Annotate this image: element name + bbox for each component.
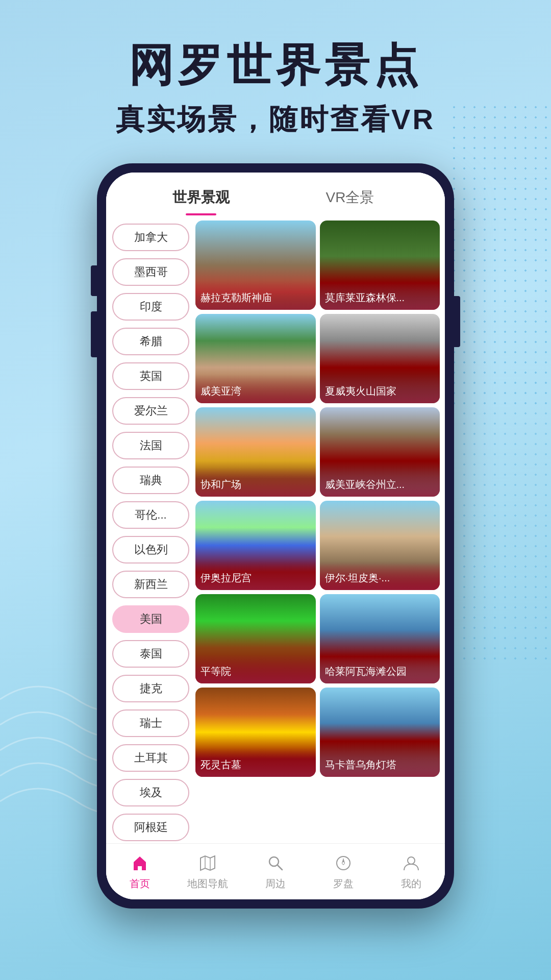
bottom-nav: 首页 地图导航 [106,843,445,899]
scene-label-lighthouse: 马卡普乌角灯塔 [320,748,440,777]
grid-item-temple2[interactable]: 平等院 [195,594,316,683]
scene-label-tomb: 死灵古墓 [195,748,316,777]
tab-vr-panorama[interactable]: VR全景 [276,188,424,215]
sidebar-item-egypt[interactable]: 埃及 [112,779,189,806]
user-icon [400,852,422,874]
nav-item-compass[interactable]: 罗盘 [309,852,377,891]
phone-screen: 世界景观 VR全景 加拿大 墨西哥 印度 希腊 英国 爱尔兰 法国 瑞典 [106,173,445,899]
grid-item-temple[interactable]: 协和广场 [195,407,316,497]
home-icon [129,852,151,874]
scene-label-palace: 伊奥拉尼宫 [195,561,316,590]
grid-item-volcano[interactable]: 夏威夷火山国家 [320,314,440,403]
search-icon [265,852,286,874]
sidebar-item-turkey[interactable]: 土耳其 [112,744,189,772]
nav-item-map[interactable]: 地图导航 [174,852,242,891]
phone-btn-volume-up [91,265,97,296]
nav-label-compass: 罗盘 [333,877,354,891]
svg-point-5 [408,857,415,864]
sub-title: 真实场景，随时查看VR [0,101,551,139]
sidebar-item-canada[interactable]: 加拿大 [112,224,189,251]
nav-label-home: 首页 [130,877,150,891]
grid-item-tomb[interactable]: 死灵古墓 [195,688,316,777]
grid-item-ruins[interactable]: 伊尔·坦皮奥·... [320,501,440,590]
nav-label-map: 地图导航 [187,877,228,891]
dots-decoration-top [449,102,551,408]
sidebar-item-ireland[interactable]: 爱尔兰 [112,397,189,425]
phone-btn-volume-down [91,311,97,357]
map-icon [197,852,218,874]
grid-item-lighthouse[interactable]: 马卡普乌角灯塔 [320,688,440,777]
sidebar-item-france[interactable]: 法国 [112,432,189,459]
dots-decoration-bottom [459,408,551,664]
phone-outer: 世界景观 VR全景 加拿大 墨西哥 印度 希腊 英国 爱尔兰 法国 瑞典 [97,163,454,909]
grid-item-beach[interactable]: 威美亚湾 [195,314,316,403]
nav-item-nearby[interactable]: 周边 [242,852,310,891]
scene-label-canyon: 威美亚峡谷州立... [320,468,440,497]
main-title: 网罗世界景点 [0,41,551,90]
sidebar-item-thailand[interactable]: 泰国 [112,640,189,668]
svg-point-4 [342,862,344,865]
grid-item-palace[interactable]: 伊奥拉尼宫 [195,501,316,590]
app-content: 世界景观 VR全景 加拿大 墨西哥 印度 希腊 英国 爱尔兰 法国 瑞典 [106,173,445,899]
scene-grid: 赫拉克勒斯神庙 莫库莱亚森林保... 威美亚湾 [195,220,440,777]
sidebar-item-usa[interactable]: 美国 [112,605,189,633]
svg-line-1 [278,865,282,870]
sidebar-item-colombia[interactable]: 哥伦... [112,501,189,529]
scene-label-ruins: 伊尔·坦皮奥·... [320,561,440,590]
sidebar-item-argentina[interactable]: 阿根廷 [112,814,189,841]
scene-label-temple: 协和广场 [195,468,316,497]
grid-item-hercules[interactable]: 赫拉克勒斯神庙 [195,220,316,310]
phone-mockup: 世界景观 VR全景 加拿大 墨西哥 印度 希腊 英国 爱尔兰 法国 瑞典 [97,163,454,909]
scene-label-temple2: 平等院 [195,654,316,683]
sidebar-item-israel[interactable]: 以色列 [112,536,189,564]
sidebar-item-mexico[interactable]: 墨西哥 [112,258,189,286]
sidebar-item-sweden[interactable]: 瑞典 [112,467,189,494]
nav-label-profile: 我的 [401,877,421,891]
grid-area: 赫拉克勒斯神庙 莫库莱亚森林保... 威美亚湾 [195,215,445,843]
nav-label-nearby: 周边 [265,877,286,891]
header-section: 网罗世界景点 真实场景，随时查看VR [0,0,551,139]
grid-item-forest[interactable]: 莫库莱亚森林保... [320,220,440,310]
scene-label-volcano: 夏威夷火山国家 [320,374,440,403]
sidebar-item-india[interactable]: 印度 [112,293,189,321]
scene-label-sea: 哈莱阿瓦海滩公园 [320,654,440,683]
compass-icon [333,852,354,874]
tabs-row: 世界景观 VR全景 [106,173,445,215]
nav-item-profile[interactable]: 我的 [377,852,445,891]
sidebar-item-czech[interactable]: 捷克 [112,675,189,702]
nav-item-home[interactable]: 首页 [106,852,174,891]
scene-label-hercules: 赫拉克勒斯神庙 [195,281,316,310]
sidebar-item-uk[interactable]: 英国 [112,362,189,390]
tab-world-views[interactable]: 世界景观 [127,188,276,215]
sidebar-item-greece[interactable]: 希腊 [112,328,189,355]
scene-label-forest: 莫库莱亚森林保... [320,281,440,310]
sidebar-item-newzealand[interactable]: 新西兰 [112,571,189,598]
grid-item-sea[interactable]: 哈莱阿瓦海滩公园 [320,594,440,683]
sidebar: 加拿大 墨西哥 印度 希腊 英国 爱尔兰 法国 瑞典 哥伦... 以色列 新西兰… [106,215,195,843]
phone-btn-power [454,296,460,347]
main-area: 加拿大 墨西哥 印度 希腊 英国 爱尔兰 法国 瑞典 哥伦... 以色列 新西兰… [106,215,445,843]
grid-item-canyon[interactable]: 威美亚峡谷州立... [320,407,440,497]
sidebar-item-switzerland[interactable]: 瑞士 [112,709,189,737]
scene-label-beach: 威美亚湾 [195,374,316,403]
